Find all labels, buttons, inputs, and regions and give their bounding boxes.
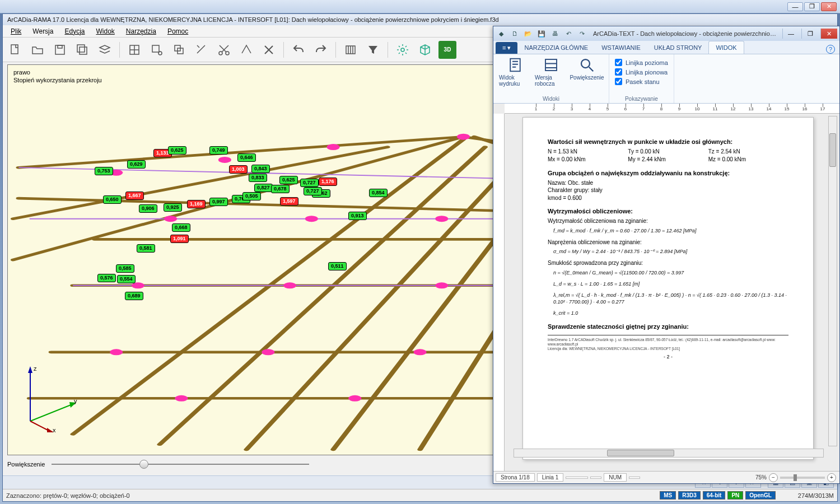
utilization-tag[interactable]: 0,511 xyxy=(328,262,347,270)
qat-undo-icon[interactable]: ↶ xyxy=(563,29,574,39)
qat-new-icon[interactable]: 🗋 xyxy=(509,29,520,39)
save-icon[interactable] xyxy=(51,41,69,59)
zoom-slider[interactable] xyxy=(52,459,309,470)
menu-plik[interactable]: Plik xyxy=(5,26,27,37)
os-minimize-button[interactable]: — xyxy=(787,2,803,11)
vertical-ruler[interactable] xyxy=(493,114,505,471)
redo-icon[interactable] xyxy=(312,41,330,59)
utilization-tag[interactable]: 0,581 xyxy=(137,244,155,253)
status-pill-pn: PN xyxy=(727,491,743,500)
qat-app-icon[interactable]: ◆ xyxy=(496,29,507,39)
chk-vruler[interactable]: Linijka pionowa xyxy=(615,68,668,76)
report-close-button[interactable]: ✕ xyxy=(820,29,837,39)
ribbon-tab-insert[interactable]: WSTAWIANIE xyxy=(595,41,647,54)
utilization-tag[interactable]: 0,650 xyxy=(103,195,122,204)
qat-save-icon[interactable]: 💾 xyxy=(536,29,547,39)
utilization-tag[interactable]: 0,585 xyxy=(116,264,134,273)
grid-icon[interactable] xyxy=(125,41,143,59)
svg-point-6 xyxy=(158,52,162,55)
select-node-icon[interactable] xyxy=(148,41,166,59)
utilization-tag[interactable]: 0,727 xyxy=(304,187,322,195)
utilization-tag[interactable]: 0,629 xyxy=(127,160,146,169)
utilization-tag[interactable]: 1,091 xyxy=(170,235,189,243)
selection-status: Zaznaczono: prętów-0; węzłów-0; obciążeń… xyxy=(6,492,130,499)
utilization-tag[interactable]: 1,003 xyxy=(229,165,248,174)
utilization-tag[interactable]: 1,667 xyxy=(125,192,144,200)
new-file-icon[interactable] xyxy=(6,41,24,59)
qat-open-icon[interactable]: 📂 xyxy=(522,29,534,39)
utilization-tag[interactable]: 0,925 xyxy=(164,203,182,212)
copy-icon[interactable] xyxy=(170,41,188,59)
svg-point-54 xyxy=(262,349,274,355)
utilization-tag[interactable]: 1,169 xyxy=(187,200,206,208)
zoom-slider-small[interactable] xyxy=(780,477,825,479)
menu-edycja[interactable]: Edycja xyxy=(59,26,90,37)
open-file-icon[interactable] xyxy=(29,41,46,59)
menu-pomoc[interactable]: Pomoc xyxy=(162,26,194,37)
settings-icon[interactable] xyxy=(394,41,412,59)
utilization-tag[interactable]: 0,678 xyxy=(271,185,290,193)
view3d-icon[interactable]: 3D xyxy=(438,41,456,59)
cube-icon[interactable] xyxy=(416,41,434,59)
ribbon-tab-view[interactable]: WIDOK xyxy=(708,41,744,54)
zoom-out-button[interactable]: − xyxy=(769,473,778,482)
report-vscrollbar[interactable] xyxy=(828,116,837,446)
utilization-tag[interactable]: 0,689 xyxy=(125,292,143,300)
move-icon[interactable] xyxy=(237,41,255,59)
ribbon-help-icon[interactable]: ? xyxy=(826,45,835,54)
utilization-tag[interactable]: 0,625 xyxy=(168,146,186,155)
axes-triad-icon: z y x xyxy=(19,360,81,432)
utilization-tag[interactable]: 0,625 xyxy=(279,176,298,184)
utilization-tag[interactable]: 0,913 xyxy=(348,212,367,220)
utilization-tag[interactable]: 0,753 xyxy=(95,167,113,175)
render-icon[interactable] xyxy=(342,41,360,59)
print-view-button[interactable]: Widok wydruku xyxy=(499,57,531,87)
utilization-tag[interactable]: 1,597 xyxy=(280,197,298,206)
svg-text:y: y xyxy=(74,398,77,404)
utilization-tag[interactable]: 0,554 xyxy=(117,275,136,283)
svg-marker-63 xyxy=(28,366,32,373)
qat-redo-icon[interactable]: ↷ xyxy=(576,29,587,39)
utilization-tag[interactable]: 0,997 xyxy=(209,198,228,206)
utilization-tag[interactable]: 0,749 xyxy=(209,146,228,155)
menu-widok[interactable]: Widok xyxy=(91,26,120,37)
undo-icon[interactable] xyxy=(290,41,307,59)
utilization-tag[interactable]: 0,505 xyxy=(242,192,261,200)
zoom-in-button[interactable]: + xyxy=(827,473,836,482)
cut-icon[interactable] xyxy=(215,41,233,59)
menu-wersja[interactable]: Wersja xyxy=(27,26,59,37)
report-max-button[interactable]: ❐ xyxy=(801,29,818,39)
utilization-tag[interactable]: 0,827 xyxy=(254,184,273,192)
utilization-tag[interactable]: 0,576 xyxy=(97,274,116,282)
utilization-tag[interactable]: 0,843 xyxy=(251,165,270,173)
menu-narzedzia[interactable]: Narzędzia xyxy=(120,26,162,37)
utilization-tag[interactable]: 1,176 xyxy=(319,178,337,186)
save-all-icon[interactable] xyxy=(73,41,91,59)
edit-bar-icon[interactable] xyxy=(193,41,211,59)
report-hscrollbar[interactable] xyxy=(514,449,824,458)
utilization-tag[interactable]: 0,646 xyxy=(237,153,256,162)
zoom-button[interactable]: Powiększenie xyxy=(571,57,603,81)
svg-line-74 xyxy=(589,67,594,72)
delete-icon[interactable] xyxy=(260,41,278,59)
chk-statusbar[interactable]: Pasek stanu xyxy=(615,78,668,85)
os-close-button[interactable]: ✕ xyxy=(821,2,837,11)
layers-icon[interactable] xyxy=(96,41,114,59)
ribbon-file-tab[interactable]: ≡ ▾ xyxy=(496,42,517,54)
status-pill-ms: MS xyxy=(660,491,676,500)
os-maximize-button[interactable]: ❐ xyxy=(804,2,820,11)
utilization-tag[interactable]: 0,668 xyxy=(172,223,190,232)
report-min-button[interactable]: — xyxy=(782,29,799,39)
utilization-tag[interactable]: 0,727 xyxy=(300,179,319,187)
qat-print-icon[interactable]: 🖶 xyxy=(549,29,561,39)
utilization-tag[interactable]: 0,854 xyxy=(369,189,388,197)
ribbon-tab-main[interactable]: NARZĘDZIA GŁÓWNE xyxy=(517,41,595,54)
svg-point-73 xyxy=(581,59,590,68)
utilization-tag[interactable]: 0,833 xyxy=(249,174,267,182)
utilization-tag[interactable]: 0,906 xyxy=(139,204,157,213)
filter-icon[interactable] xyxy=(364,41,382,59)
ribbon-tab-layout[interactable]: UKŁAD STRONY xyxy=(647,41,709,54)
chk-hruler[interactable]: Linijka pozioma xyxy=(615,59,668,66)
draft-view-button[interactable]: Wersja robocza xyxy=(535,57,567,87)
horizontal-ruler[interactable]: 1234567891011121314151617 xyxy=(505,104,839,114)
